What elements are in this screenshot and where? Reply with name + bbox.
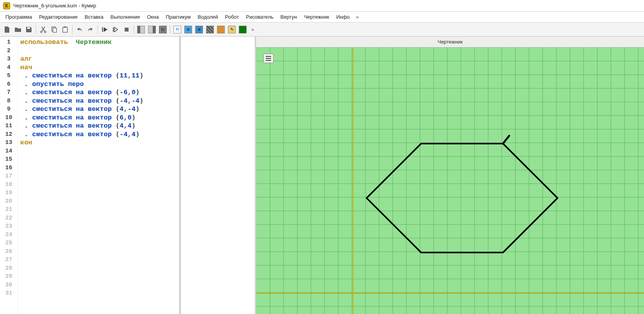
num: 4 [127,122,131,130]
svg-rect-8 [113,27,114,32]
line-number: 31 [0,289,18,298]
svg-rect-9 [125,28,129,32]
svg-rect-7 [102,27,103,32]
menu-practicum[interactable]: Практикум [162,12,194,21]
num: 11 [132,72,139,79]
num: 6 [120,114,124,121]
cmd-pendown: опустить перо [32,81,84,88]
comma: , [127,131,131,138]
step-icon[interactable] [111,25,120,34]
menu-overflow-icon[interactable]: » [353,12,361,21]
kw-alg: алг [20,55,32,63]
draft-svg [256,47,644,314]
menu-draftsman[interactable]: Чертежник [301,12,332,21]
num: -4 [120,97,127,105]
num: -4 [120,131,127,138]
comma: , [127,97,131,105]
line-number: 19 [0,189,18,197]
toolbar-separator [170,25,170,34]
toolbar-separator [97,25,98,34]
cut-icon[interactable] [39,25,48,34]
line-number: 7 [0,88,18,97]
menu-program[interactable]: Программа [2,12,35,21]
dot: . [24,81,28,88]
cmd-shift: сместиться на вектор [32,89,112,96]
inner-splitter[interactable] [179,37,181,314]
cmd-shift: сместиться на вектор [32,131,112,138]
toolbar-overflow-icon[interactable]: » [249,25,256,34]
toolbar-separator [134,25,134,34]
actor-robot-icon[interactable] [205,25,215,34]
undo-icon[interactable] [75,25,84,34]
line-number: 23 [0,222,18,231]
comma: , [124,105,127,113]
cmd-shift: сместиться на вектор [32,97,112,105]
line-number: 8 [0,97,18,105]
menu-robot[interactable]: Робот [222,12,242,21]
menu-info[interactable]: Инфо [333,12,353,21]
menu-windows[interactable]: Окна [144,12,162,21]
menu-insert[interactable]: Вставка [81,12,106,21]
layout1-icon[interactable] [136,25,146,34]
layout3-icon[interactable] [158,25,168,34]
redo-icon[interactable] [86,25,95,34]
canvas-menu-icon[interactable] [263,54,273,63]
editor-pane: 1234567891011121314151617181920212223242… [0,37,255,314]
svg-rect-0 [27,27,30,29]
menu-vertun[interactable]: Вертун [277,12,300,21]
menu-vodoley[interactable]: Водолей [194,12,221,21]
lparen: ( [116,105,120,113]
new-file-icon[interactable] [2,25,12,34]
svg-rect-10 [256,47,644,314]
line-number: 25 [0,239,18,247]
actor-vodoley2-icon[interactable]: ≋ [194,25,204,34]
line-number: 21 [0,205,18,214]
app-icon: К [3,2,10,9]
dot: . [24,122,28,130]
num: -6 [120,89,127,96]
line-number: 14 [0,147,18,156]
run-icon[interactable] [100,25,109,34]
actor-draftsman-icon[interactable] [238,25,247,34]
rparen: ) [136,131,139,138]
lparen: ( [116,89,120,96]
rparen: ) [139,72,143,79]
actor1-icon[interactable]: H [173,25,182,34]
line-number: 22 [0,214,18,223]
save-file-icon[interactable] [24,25,34,34]
num: 0 [132,89,136,96]
dot: . [24,97,28,105]
code-editor[interactable]: использовать Чертежник алг нач . сместит… [18,37,255,314]
line-number: 11 [0,122,18,130]
menu-bar: Программа Редактирование Вставка Выполне… [0,12,644,23]
layout2-icon[interactable] [147,25,157,34]
line-number: 27 [0,256,18,264]
line-number: 16 [0,164,18,172]
open-file-icon[interactable] [13,25,23,34]
lparen: ( [116,97,120,105]
toolbar: H ≋ ≋ ✎ » [0,23,644,37]
actor-drawer-icon[interactable] [216,25,226,34]
rparen: ) [132,122,136,130]
paste-icon[interactable] [60,25,70,34]
line-number: 30 [0,281,18,289]
actor-canvas[interactable] [256,47,644,314]
menu-drawer[interactable]: Рисователь [243,12,276,21]
menu-edit[interactable]: Редактирование [36,12,81,21]
main-area: 1234567891011121314151617181920212223242… [0,37,644,314]
num: 4 [132,131,136,138]
toolbar-separator [72,25,72,34]
dot: . [24,131,28,138]
line-number: 20 [0,197,18,206]
actor-vertun-icon[interactable]: ✎ [227,25,236,34]
stop-icon[interactable] [122,25,131,34]
num: 4 [120,105,124,113]
copy-icon[interactable] [49,25,59,34]
menu-run[interactable]: Выполнение [107,12,143,21]
rparen: ) [136,89,139,96]
kw-end: кон [20,139,32,146]
line-number: 17 [0,172,18,181]
line-number: 9 [0,105,18,114]
dot: . [24,105,28,113]
actor-vodoley-icon[interactable]: ≋ [183,25,193,34]
